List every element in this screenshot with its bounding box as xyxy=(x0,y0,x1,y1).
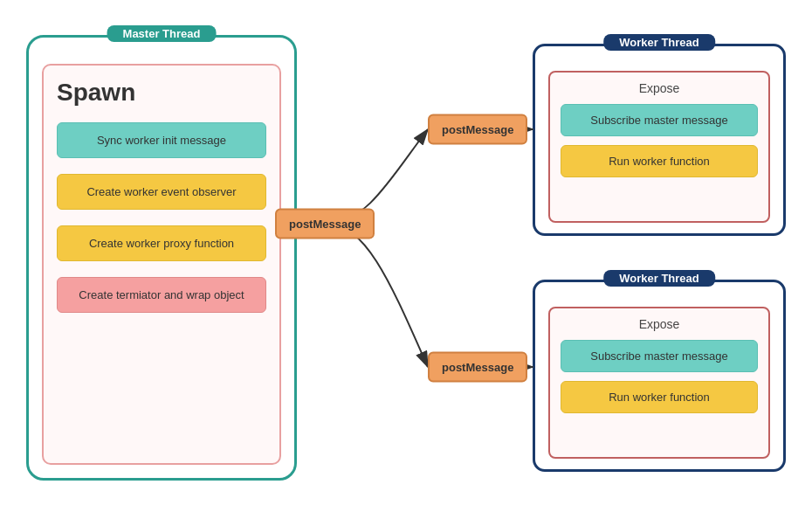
worker-thread-1-box: Worker Thread Expose Subscribe master me… xyxy=(533,44,786,236)
run-worker-fn-2: Run worker function xyxy=(561,381,758,413)
expose-title-1: Expose xyxy=(561,81,758,95)
master-thread-label: Master Thread xyxy=(107,25,217,42)
subscribe-master-msg-2: Subscribe master message xyxy=(561,340,758,372)
arrow-center-to-bottom xyxy=(327,224,428,367)
spawn-box: Spawn Sync worker init message Create wo… xyxy=(42,64,281,465)
action-create-worker-event: Create worker event observer xyxy=(57,174,266,210)
expose-title-2: Expose xyxy=(561,317,758,331)
post-message-bottom: postMessage xyxy=(428,352,527,383)
spawn-title: Spawn xyxy=(57,79,266,107)
worker-thread-1-label: Worker Thread xyxy=(603,34,715,51)
worker-thread-2-box: Worker Thread Expose Subscribe master me… xyxy=(533,280,786,472)
action-create-worker-proxy: Create worker proxy function xyxy=(57,225,266,261)
post-message-center: postMessage xyxy=(275,209,375,239)
post-message-top: postMessage xyxy=(428,114,527,145)
expose-box-2: Expose Subscribe master message Run work… xyxy=(548,307,770,459)
diagram-container: Master Thread Spawn Sync worker init mes… xyxy=(0,0,812,512)
master-thread-box: Master Thread Spawn Sync worker init mes… xyxy=(26,35,297,481)
worker-thread-2-label: Worker Thread xyxy=(603,270,715,287)
expose-box-1: Expose Subscribe master message Run work… xyxy=(548,71,770,223)
run-worker-fn-1: Run worker function xyxy=(561,145,758,177)
action-sync-worker-init: Sync worker init message xyxy=(57,122,266,158)
subscribe-master-msg-1: Subscribe master message xyxy=(561,104,758,136)
action-create-terminator: Create termiator and wrap object xyxy=(57,277,266,313)
